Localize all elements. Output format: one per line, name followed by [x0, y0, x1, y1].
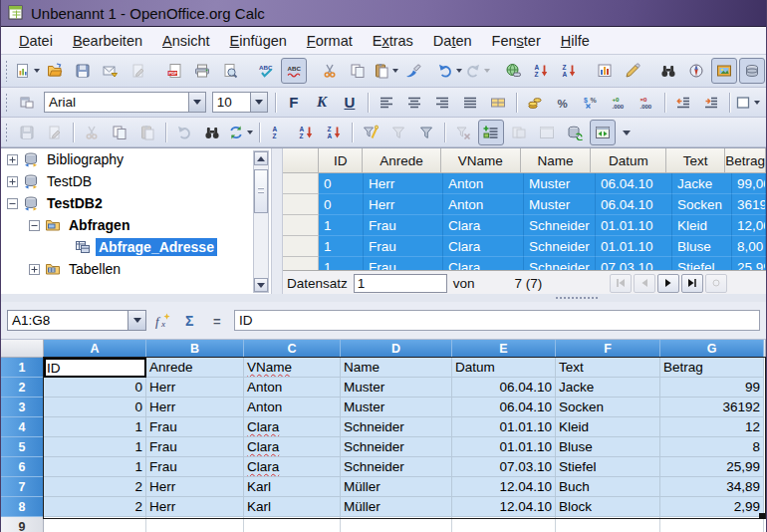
next-record-button[interactable]	[657, 274, 679, 293]
find-button[interactable]	[199, 120, 225, 145]
tree-item-testdb2[interactable]: TestDB2	[1, 192, 271, 214]
cell[interactable]: Müller	[341, 497, 452, 517]
cell[interactable]: 1	[44, 437, 146, 457]
cell[interactable]: 2,99	[660, 497, 764, 517]
cell[interactable]: 01.01.10	[452, 437, 556, 457]
cell-name[interactable]: Schneider	[524, 257, 596, 270]
tree-item-abfrage-adresse[interactable]: Abfrage_Adresse	[1, 236, 271, 258]
cell[interactable]	[341, 517, 452, 532]
cell[interactable]: 34,89	[660, 477, 764, 497]
underline-button[interactable]: U	[337, 90, 363, 116]
explorer-toggle-button[interactable]	[590, 120, 616, 145]
cell[interactable]: Muster	[341, 398, 452, 417]
font-name-dropdown-icon[interactable]	[188, 93, 205, 112]
last-record-button[interactable]	[681, 274, 703, 293]
pdf-button[interactable]: PDF	[161, 58, 187, 84]
add-decimal-button[interactable]: +0.000	[606, 90, 632, 116]
column-header-f[interactable]: F	[556, 340, 660, 358]
paintbrush-button[interactable]	[400, 58, 426, 84]
cell-anrede[interactable]: Herr	[364, 173, 443, 194]
cell[interactable]: Name	[341, 358, 452, 378]
spellcheck-button[interactable]: ABC	[253, 58, 279, 84]
row-selector[interactable]	[283, 173, 319, 194]
row-selector[interactable]	[283, 194, 319, 215]
cell-text[interactable]: Stiefel	[672, 257, 732, 270]
first-record-button[interactable]	[610, 274, 632, 293]
gallery-button[interactable]	[711, 58, 737, 84]
menu-item[interactable]: Bearbeiten	[63, 30, 152, 52]
cell-datum[interactable]: 01.01.10	[596, 215, 672, 236]
cell[interactable]: 12	[660, 417, 764, 437]
datasource-row[interactable]: 0 Herr Anton Muster 06.04.10 Socken 3619…	[283, 194, 766, 215]
edit-file-button[interactable]	[126, 58, 151, 84]
cell-id[interactable]: 1	[319, 236, 364, 257]
db-refresh-button[interactable]	[562, 120, 588, 145]
cell[interactable]: Jacke	[556, 378, 660, 398]
cell-anrede[interactable]: Frau	[364, 257, 443, 270]
edit-file-button[interactable]	[42, 120, 68, 145]
cell-betrag[interactable]: 99,00	[732, 173, 766, 194]
cell-vname[interactable]: Anton	[443, 173, 524, 194]
explorer-off-button[interactable]	[534, 120, 560, 145]
cell-vname[interactable]: Clara	[443, 257, 524, 270]
cell-datum[interactable]: 01.01.10	[596, 236, 672, 257]
new-record-button[interactable]	[705, 274, 727, 293]
cell[interactable]: Anrede	[146, 358, 244, 378]
paste-button[interactable]	[134, 120, 160, 145]
cell[interactable]: Bluse	[556, 437, 660, 457]
cell[interactable]: Muster	[341, 378, 452, 398]
standard-filter-button[interactable]	[413, 120, 439, 145]
sort-asc-button[interactable]: AZ	[293, 120, 319, 145]
menu-item[interactable]: Daten	[423, 30, 482, 52]
cell-betrag[interactable]: 8,00	[732, 236, 766, 257]
row-selector[interactable]	[283, 257, 319, 270]
sort-asc-button[interactable]: AZ	[528, 58, 554, 84]
column-header[interactable]: Anrede	[363, 148, 441, 173]
undo-dropdown-icon[interactable]	[456, 69, 462, 73]
column-header[interactable]: ID	[319, 148, 363, 173]
cell-text[interactable]: Bluse	[672, 236, 732, 257]
autofilter-button[interactable]	[358, 120, 384, 145]
collapse-icon[interactable]	[7, 198, 18, 209]
cell[interactable]: Kleid	[556, 417, 660, 437]
cell[interactable]: Clara	[244, 457, 341, 477]
cell[interactable]: 25,99	[660, 457, 764, 477]
datasource-row[interactable]: 1 Frau Clara Schneider 01.01.10 Bluse 8,…	[283, 236, 766, 257]
redo-button[interactable]	[464, 58, 490, 84]
tree-item-abfragen[interactable]: Abfragen	[1, 214, 271, 236]
menu-item[interactable]: Datei	[9, 30, 63, 52]
column-header[interactable]: Betrag	[725, 148, 766, 173]
cell[interactable]: Socken	[556, 398, 660, 417]
styles-button[interactable]	[14, 90, 40, 116]
currency-button[interactable]	[522, 90, 548, 116]
indent-inc-button[interactable]	[698, 90, 724, 116]
cell-name[interactable]: Muster	[524, 194, 596, 215]
navigator-button[interactable]	[683, 58, 709, 84]
sum-icon[interactable]: Σ	[178, 310, 202, 332]
row-header[interactable]: 5	[1, 437, 44, 457]
email-button[interactable]	[98, 58, 124, 84]
standard-format-button[interactable]: $%	[578, 90, 604, 116]
save-button[interactable]	[70, 58, 96, 84]
mail-merge-button[interactable]	[506, 120, 532, 145]
scroll-up-icon[interactable]	[254, 151, 268, 165]
cell[interactable]	[44, 517, 146, 532]
preview-button[interactable]	[217, 58, 243, 84]
remove-filter-button[interactable]	[450, 120, 476, 145]
expand-icon[interactable]	[29, 264, 40, 275]
undo-button[interactable]	[171, 120, 197, 145]
cell-anrede[interactable]: Frau	[364, 215, 443, 236]
font-size-value[interactable]: 10	[213, 95, 250, 110]
paste-dropdown-icon[interactable]	[392, 69, 398, 73]
datasources-button[interactable]	[739, 58, 765, 84]
cell[interactable]: 99	[660, 378, 764, 398]
find-button[interactable]	[655, 58, 681, 84]
cell[interactable]: 01.01.10	[452, 417, 556, 437]
datasource-row[interactable]: 1 Frau Clara Schneider 01.01.10 Kleid 12…	[283, 215, 766, 236]
cell[interactable]: 2	[44, 497, 146, 517]
cell[interactable]	[146, 517, 244, 532]
cell[interactable]: Datum	[452, 358, 556, 378]
cell-text[interactable]: Jacke	[672, 173, 732, 194]
overflow-button[interactable]	[618, 124, 636, 141]
cell[interactable]: Müller	[341, 477, 452, 497]
